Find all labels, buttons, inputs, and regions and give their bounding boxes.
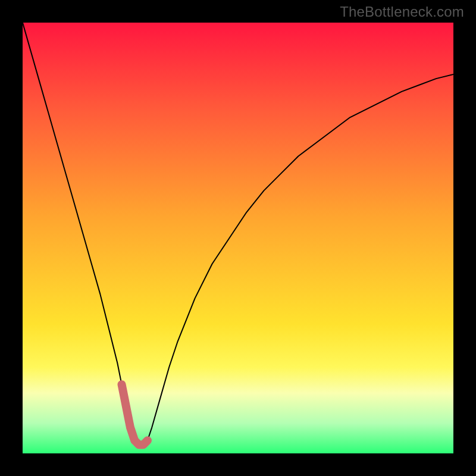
watermark-text: TheBottleneck.com: [340, 4, 464, 20]
chart-svg: [23, 23, 453, 453]
gradient-background: [23, 23, 453, 453]
chart-frame: TheBottleneck.com: [0, 0, 476, 476]
plot-area: [23, 23, 453, 453]
